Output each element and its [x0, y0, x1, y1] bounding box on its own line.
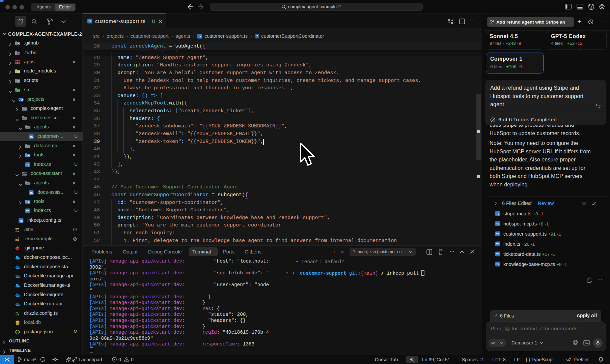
svg-text:TS: TS	[26, 163, 29, 166]
svg-text:TS: TS	[26, 210, 29, 213]
svg-text:TS: TS	[19, 219, 23, 222]
svg-text:TS: TS	[29, 191, 33, 194]
svg-text:TS: TS	[88, 20, 91, 23]
svg-text:TS: TS	[496, 212, 499, 215]
svg-text:TS: TS	[496, 222, 499, 225]
svg-text:TS: TS	[496, 233, 499, 236]
svg-text:TS: TS	[496, 263, 499, 266]
svg-text:js: js	[16, 331, 19, 334]
svg-text:TS: TS	[29, 135, 33, 139]
svg-text:TS: TS	[496, 253, 499, 256]
svg-text:TS: TS	[496, 243, 499, 246]
